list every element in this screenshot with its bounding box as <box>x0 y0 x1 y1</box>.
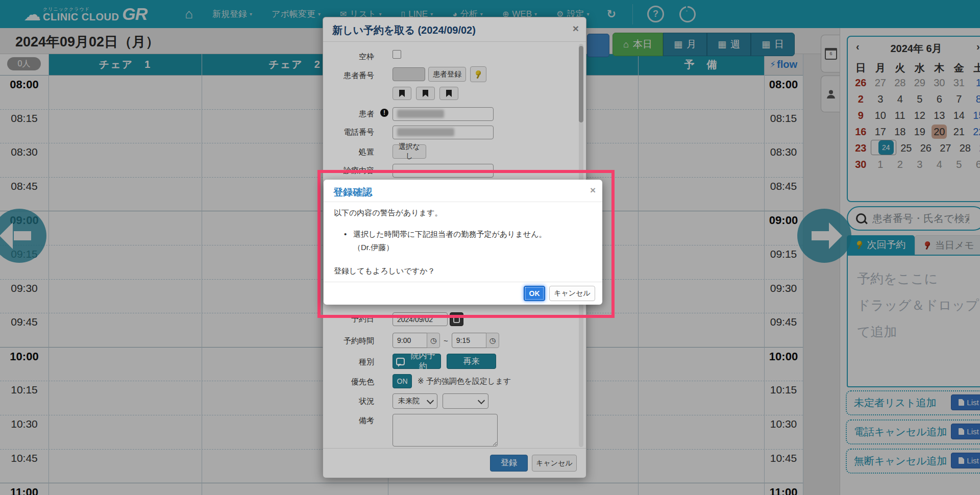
confirm-close-icon[interactable]: × <box>590 185 596 196</box>
confirm-title: 登録確認 <box>333 186 372 199</box>
confirm-ok-button[interactable]: OK <box>524 286 545 301</box>
confirm-question: 登録してもよろしいですか？ <box>334 266 435 276</box>
confirm-cancel-button[interactable]: キャンセル <box>549 286 595 301</box>
bullet-icon: • <box>344 230 347 238</box>
confirm-intro: 以下の内容の警告があります。 <box>334 208 442 218</box>
app: ☁ クリニッククラウド CLINIC CLOUD GR ⌂ 新規登録▾アポ帳変更… <box>0 0 980 495</box>
confirm-highlight-frame: 登録確認 × 以下の内容の警告があります。 • 選択した時間帯に下記担当者の勤務… <box>317 170 615 318</box>
confirm-warning: 選択した時間帯に下記担当者の勤務予定がありません。 <box>353 230 547 239</box>
confirm-warning-detail: （Dr.伊藤） <box>353 243 394 253</box>
registration-confirm-dialog: 登録確認 × 以下の内容の警告があります。 • 選択した時間帯に下記担当者の勤務… <box>324 180 602 305</box>
